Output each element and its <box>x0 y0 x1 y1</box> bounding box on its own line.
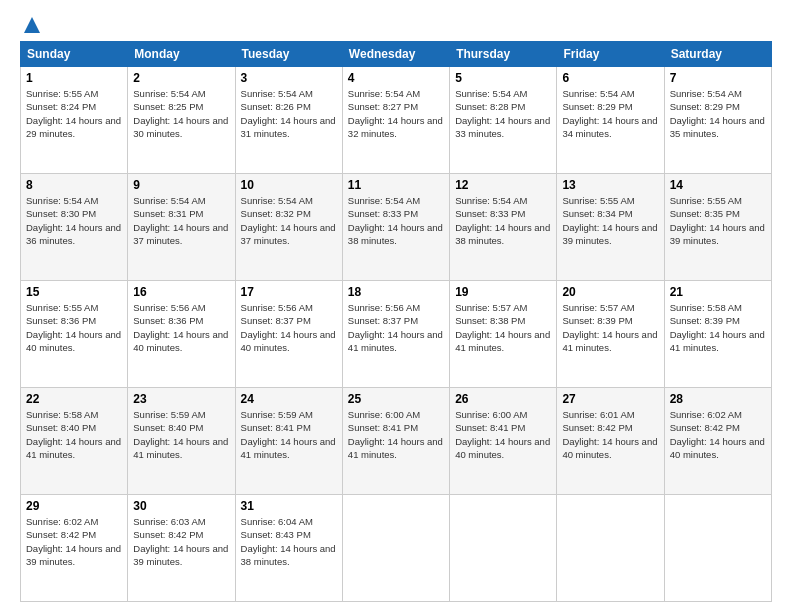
day-number: 30 <box>133 499 229 513</box>
day-info: Sunrise: 5:59 AM Sunset: 8:41 PM Dayligh… <box>241 408 337 461</box>
day-number: 18 <box>348 285 444 299</box>
day-number: 25 <box>348 392 444 406</box>
day-info: Sunrise: 5:54 AM Sunset: 8:33 PM Dayligh… <box>455 194 551 247</box>
day-number: 19 <box>455 285 551 299</box>
day-info: Sunrise: 6:03 AM Sunset: 8:42 PM Dayligh… <box>133 515 229 568</box>
day-number: 8 <box>26 178 122 192</box>
day-number: 1 <box>26 71 122 85</box>
day-number: 3 <box>241 71 337 85</box>
header-cell-saturday: Saturday <box>664 42 771 67</box>
day-cell: 7 Sunrise: 5:54 AM Sunset: 8:29 PM Dayli… <box>664 67 771 174</box>
day-number: 28 <box>670 392 766 406</box>
day-cell: 28 Sunrise: 6:02 AM Sunset: 8:42 PM Dayl… <box>664 388 771 495</box>
day-number: 14 <box>670 178 766 192</box>
day-number: 26 <box>455 392 551 406</box>
day-cell: 16 Sunrise: 5:56 AM Sunset: 8:36 PM Dayl… <box>128 281 235 388</box>
day-info: Sunrise: 5:54 AM Sunset: 8:28 PM Dayligh… <box>455 87 551 140</box>
day-cell <box>557 495 664 602</box>
day-cell <box>342 495 449 602</box>
day-info: Sunrise: 5:54 AM Sunset: 8:31 PM Dayligh… <box>133 194 229 247</box>
day-info: Sunrise: 5:56 AM Sunset: 8:37 PM Dayligh… <box>348 301 444 354</box>
day-cell: 24 Sunrise: 5:59 AM Sunset: 8:41 PM Dayl… <box>235 388 342 495</box>
day-cell: 18 Sunrise: 5:56 AM Sunset: 8:37 PM Dayl… <box>342 281 449 388</box>
day-cell: 30 Sunrise: 6:03 AM Sunset: 8:42 PM Dayl… <box>128 495 235 602</box>
day-cell: 25 Sunrise: 6:00 AM Sunset: 8:41 PM Dayl… <box>342 388 449 495</box>
day-number: 27 <box>562 392 658 406</box>
day-cell <box>450 495 557 602</box>
day-cell: 26 Sunrise: 6:00 AM Sunset: 8:41 PM Dayl… <box>450 388 557 495</box>
day-info: Sunrise: 5:54 AM Sunset: 8:25 PM Dayligh… <box>133 87 229 140</box>
day-info: Sunrise: 5:56 AM Sunset: 8:36 PM Dayligh… <box>133 301 229 354</box>
header-cell-monday: Monday <box>128 42 235 67</box>
day-number: 17 <box>241 285 337 299</box>
day-cell: 17 Sunrise: 5:56 AM Sunset: 8:37 PM Dayl… <box>235 281 342 388</box>
day-cell: 31 Sunrise: 6:04 AM Sunset: 8:43 PM Dayl… <box>235 495 342 602</box>
day-number: 29 <box>26 499 122 513</box>
day-info: Sunrise: 5:55 AM Sunset: 8:35 PM Dayligh… <box>670 194 766 247</box>
header-row: SundayMondayTuesdayWednesdayThursdayFrid… <box>21 42 772 67</box>
day-cell: 21 Sunrise: 5:58 AM Sunset: 8:39 PM Dayl… <box>664 281 771 388</box>
day-cell: 22 Sunrise: 5:58 AM Sunset: 8:40 PM Dayl… <box>21 388 128 495</box>
day-info: Sunrise: 5:54 AM Sunset: 8:30 PM Dayligh… <box>26 194 122 247</box>
day-cell: 6 Sunrise: 5:54 AM Sunset: 8:29 PM Dayli… <box>557 67 664 174</box>
day-number: 22 <box>26 392 122 406</box>
day-number: 10 <box>241 178 337 192</box>
week-row-2: 8 Sunrise: 5:54 AM Sunset: 8:30 PM Dayli… <box>21 174 772 281</box>
logo <box>20 15 44 31</box>
day-number: 7 <box>670 71 766 85</box>
day-cell: 27 Sunrise: 6:01 AM Sunset: 8:42 PM Dayl… <box>557 388 664 495</box>
day-info: Sunrise: 5:55 AM Sunset: 8:24 PM Dayligh… <box>26 87 122 140</box>
header-cell-wednesday: Wednesday <box>342 42 449 67</box>
day-number: 12 <box>455 178 551 192</box>
week-row-4: 22 Sunrise: 5:58 AM Sunset: 8:40 PM Dayl… <box>21 388 772 495</box>
day-cell: 8 Sunrise: 5:54 AM Sunset: 8:30 PM Dayli… <box>21 174 128 281</box>
day-info: Sunrise: 5:57 AM Sunset: 8:38 PM Dayligh… <box>455 301 551 354</box>
day-info: Sunrise: 5:54 AM Sunset: 8:29 PM Dayligh… <box>670 87 766 140</box>
day-number: 31 <box>241 499 337 513</box>
day-number: 23 <box>133 392 229 406</box>
day-cell: 20 Sunrise: 5:57 AM Sunset: 8:39 PM Dayl… <box>557 281 664 388</box>
day-number: 13 <box>562 178 658 192</box>
day-info: Sunrise: 5:59 AM Sunset: 8:40 PM Dayligh… <box>133 408 229 461</box>
day-cell: 5 Sunrise: 5:54 AM Sunset: 8:28 PM Dayli… <box>450 67 557 174</box>
day-number: 6 <box>562 71 658 85</box>
day-cell: 9 Sunrise: 5:54 AM Sunset: 8:31 PM Dayli… <box>128 174 235 281</box>
day-cell: 10 Sunrise: 5:54 AM Sunset: 8:32 PM Dayl… <box>235 174 342 281</box>
day-cell: 2 Sunrise: 5:54 AM Sunset: 8:25 PM Dayli… <box>128 67 235 174</box>
day-cell: 13 Sunrise: 5:55 AM Sunset: 8:34 PM Dayl… <box>557 174 664 281</box>
day-info: Sunrise: 5:56 AM Sunset: 8:37 PM Dayligh… <box>241 301 337 354</box>
day-cell: 11 Sunrise: 5:54 AM Sunset: 8:33 PM Dayl… <box>342 174 449 281</box>
day-number: 11 <box>348 178 444 192</box>
day-cell: 14 Sunrise: 5:55 AM Sunset: 8:35 PM Dayl… <box>664 174 771 281</box>
header-cell-thursday: Thursday <box>450 42 557 67</box>
header <box>20 15 772 31</box>
day-cell: 12 Sunrise: 5:54 AM Sunset: 8:33 PM Dayl… <box>450 174 557 281</box>
day-info: Sunrise: 5:54 AM Sunset: 8:27 PM Dayligh… <box>348 87 444 140</box>
week-row-1: 1 Sunrise: 5:55 AM Sunset: 8:24 PM Dayli… <box>21 67 772 174</box>
day-info: Sunrise: 5:55 AM Sunset: 8:36 PM Dayligh… <box>26 301 122 354</box>
day-info: Sunrise: 5:55 AM Sunset: 8:34 PM Dayligh… <box>562 194 658 247</box>
week-row-5: 29 Sunrise: 6:02 AM Sunset: 8:42 PM Dayl… <box>21 495 772 602</box>
week-row-3: 15 Sunrise: 5:55 AM Sunset: 8:36 PM Dayl… <box>21 281 772 388</box>
day-cell <box>664 495 771 602</box>
page: SundayMondayTuesdayWednesdayThursdayFrid… <box>0 0 792 612</box>
day-info: Sunrise: 5:58 AM Sunset: 8:39 PM Dayligh… <box>670 301 766 354</box>
day-info: Sunrise: 5:54 AM Sunset: 8:29 PM Dayligh… <box>562 87 658 140</box>
day-info: Sunrise: 6:01 AM Sunset: 8:42 PM Dayligh… <box>562 408 658 461</box>
day-number: 24 <box>241 392 337 406</box>
calendar-table: SundayMondayTuesdayWednesdayThursdayFrid… <box>20 41 772 602</box>
day-number: 2 <box>133 71 229 85</box>
day-number: 20 <box>562 285 658 299</box>
day-cell: 29 Sunrise: 6:02 AM Sunset: 8:42 PM Dayl… <box>21 495 128 602</box>
svg-marker-0 <box>24 17 40 33</box>
day-cell: 19 Sunrise: 5:57 AM Sunset: 8:38 PM Dayl… <box>450 281 557 388</box>
day-info: Sunrise: 6:00 AM Sunset: 8:41 PM Dayligh… <box>455 408 551 461</box>
day-number: 9 <box>133 178 229 192</box>
day-info: Sunrise: 5:54 AM Sunset: 8:33 PM Dayligh… <box>348 194 444 247</box>
day-number: 5 <box>455 71 551 85</box>
logo-icon <box>22 15 42 35</box>
day-info: Sunrise: 5:58 AM Sunset: 8:40 PM Dayligh… <box>26 408 122 461</box>
day-info: Sunrise: 6:02 AM Sunset: 8:42 PM Dayligh… <box>26 515 122 568</box>
day-info: Sunrise: 6:02 AM Sunset: 8:42 PM Dayligh… <box>670 408 766 461</box>
day-info: Sunrise: 6:00 AM Sunset: 8:41 PM Dayligh… <box>348 408 444 461</box>
